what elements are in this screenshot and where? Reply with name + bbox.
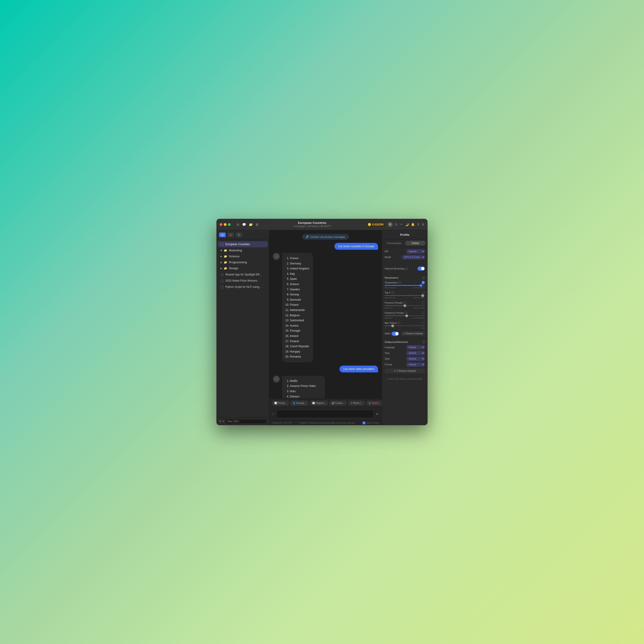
sidebar-item-science[interactable]: ▸ 📁 Science	[218, 254, 267, 259]
context-link-icon: 🔗	[332, 402, 335, 404]
topp-info[interactable]: i	[392, 291, 394, 294]
topp-param: Top P i ✓ More Precise More Creative	[385, 291, 425, 299]
internet-text: Internet Browsing	[385, 267, 405, 270]
reset-icon: ↺	[351, 402, 352, 404]
sidebar-item-nobel[interactable]: ◯ 2023 Nobel Prize Winners	[218, 278, 267, 284]
maxtokens-slider[interactable]	[385, 325, 425, 326]
freq-label-right: Less Repetition	[412, 317, 425, 319]
language-select[interactable]: Default	[407, 345, 425, 350]
topp-slider[interactable]	[385, 295, 425, 296]
enter-to-send: ✓ Enter to Send	[363, 422, 379, 424]
api-select[interactable]: OpenAI	[407, 249, 425, 254]
delete-button[interactable]: 🗑 Delete...	[366, 400, 382, 406]
sidebar-item-restart[interactable]: ◯ Restart App for Spotlight Eff...	[218, 272, 267, 278]
frequency-slider[interactable]	[385, 315, 425, 316]
sidebar-item-design[interactable]: ▸ 📁 Design	[218, 266, 267, 271]
sidebar-items: ◯ European Countries ▾ 📁 Marketing ▸ 📁 S…	[216, 240, 269, 417]
sidebar-btn-list[interactable]: ☰	[219, 233, 225, 237]
sidebar-item-marketing[interactable]: ▾ 📁 Marketing	[218, 248, 267, 253]
reset-button[interactable]: ↺ Reset (...	[348, 400, 365, 406]
chat-input[interactable]	[276, 410, 374, 418]
tone-select[interactable]: Default	[407, 351, 425, 355]
user-message-2: List some video providers	[340, 366, 378, 372]
sidebar-btn-grid[interactable]: ⊞	[227, 233, 234, 237]
countries-list: FranceGermanyUnited KingdomItalySpainGre…	[286, 256, 309, 359]
frequency-check[interactable]: ✓	[422, 311, 425, 314]
model-select[interactable]: GPT-3.5-Turbo	[402, 255, 425, 259]
folder-icon[interactable]: 📁	[249, 223, 253, 226]
waveform-icon[interactable]: 〜	[400, 222, 403, 227]
output-info-icon[interactable]: i	[422, 341, 425, 343]
layout-icon[interactable]: ⊞	[422, 223, 424, 226]
maxtokens-info[interactable]: i	[398, 322, 401, 324]
countries-bubble: FranceGermanyUnited KingdomItalySpainGre…	[282, 253, 313, 362]
presence-slider[interactable]	[385, 305, 425, 306]
send-button[interactable]: ➤	[376, 411, 379, 416]
parameters-section: Parameters i Temperature i ✓ More	[382, 274, 428, 338]
chevron-icon[interactable]: ▾	[223, 420, 224, 423]
enter-checkbox[interactable]: ✓	[363, 422, 366, 424]
bell-icon[interactable]: 🔔	[411, 223, 415, 226]
list-item: Disney+	[290, 394, 321, 398]
presence-info[interactable]: i	[404, 301, 406, 304]
sidebar-btn-archive[interactable]: 🗄	[236, 233, 242, 237]
temperature-check[interactable]: ✓	[422, 281, 425, 284]
slider-toggle[interactable]	[392, 332, 399, 336]
list-item: Finland	[290, 339, 309, 344]
temperature-slider[interactable]	[385, 285, 425, 286]
topp-check[interactable]: ✓	[422, 291, 425, 294]
prompt-button[interactable]: 📊 Promp...	[272, 400, 289, 406]
internet-info-icon[interactable]: i	[405, 267, 408, 270]
presence-check[interactable]: ✓	[422, 301, 425, 304]
sidebar-item-python[interactable]: ◯ Python Script for NLP using...	[218, 284, 267, 290]
context-button[interactable]: 🔗 Contex...	[330, 400, 347, 406]
view-toggle-icon[interactable]: ⊟	[395, 223, 398, 226]
format-select[interactable]: Default	[407, 362, 425, 367]
occupy-button[interactable]: 👤 Occupa...	[290, 400, 308, 406]
sidebar-toggle-icon[interactable]: ⊞	[237, 223, 239, 226]
chat-icon[interactable]: 💬	[242, 223, 246, 226]
close-button[interactable]	[220, 223, 222, 226]
tone-row: Tone Default	[385, 351, 425, 355]
list-item: Denmark	[290, 297, 309, 303]
temperature-info[interactable]: i	[399, 281, 401, 284]
maxtokens-param: Max Tokens i ✓ 1 4,096	[385, 321, 425, 329]
panel-tabs: Conversation Global	[382, 239, 428, 247]
restore-defaults-button[interactable]: ↺ Restore Defaults	[402, 331, 425, 336]
maxtokens-check[interactable]: ✓	[422, 321, 425, 325]
style-select[interactable]: Default	[407, 357, 425, 361]
filter-label[interactable]: Filter (⌘F)	[225, 419, 266, 423]
maxtokens-label: Max Tokens i ✓	[385, 321, 425, 325]
maximize-button[interactable]	[228, 223, 231, 226]
context-label: Contex...	[335, 402, 345, 404]
restore-output-button[interactable]: ↺ ↺ Restore Defaults	[385, 369, 425, 373]
minimize-button[interactable]	[224, 223, 226, 226]
temp-label-left: More Precise	[385, 287, 396, 289]
frequency-info[interactable]: i	[405, 311, 407, 314]
moon-icon[interactable]: 🌙	[405, 223, 409, 226]
internet-toggle[interactable]	[418, 266, 425, 271]
chat-toolbar: 📊 Promp... 👤 Occupa... 🔄 Regene... 🔗 Con…	[269, 398, 382, 408]
list-item: Switzerland	[290, 318, 309, 323]
sidebar-item-programming[interactable]: ▸ 📁 Programming	[218, 260, 267, 265]
sidebar-item-european-countries[interactable]: ◯ European Countries	[218, 241, 267, 247]
tab-conversation[interactable]: Conversation	[384, 241, 405, 245]
delete-icon[interactable]: 🗑	[255, 223, 259, 226]
chevron-right-icon-design: ▸	[220, 267, 222, 270]
parameters-label: Parameters	[385, 276, 399, 279]
output-preferences-section: Output preferences i Language Default To…	[382, 338, 428, 376]
restore-output-label: ↺ Restore Defaults	[396, 370, 416, 372]
share-icon[interactable]: ⬆	[417, 223, 420, 226]
delete-label: Delete...	[372, 402, 380, 404]
regenerate-button[interactable]: 🔄 Regene...	[310, 400, 328, 406]
topp-label-right: More Creative	[413, 297, 425, 299]
assistant-avatar-1: ≡	[273, 253, 280, 260]
sidebar-footer: ⚙ ▾ Filter (⌘F)	[216, 417, 269, 425]
settings-icon[interactable]: ⚙	[219, 420, 221, 423]
api-label: API	[385, 250, 388, 253]
title-bar: ⊞ 💬 📁 🗑 European Countries 4 messages | …	[216, 219, 428, 230]
title-bar-icons: ⊞ 💬 📁 🗑	[237, 223, 259, 226]
api-row: API OpenAI	[385, 249, 425, 254]
tab-global[interactable]: Global	[405, 241, 426, 245]
parameters-info-icon[interactable]: i	[422, 276, 425, 279]
